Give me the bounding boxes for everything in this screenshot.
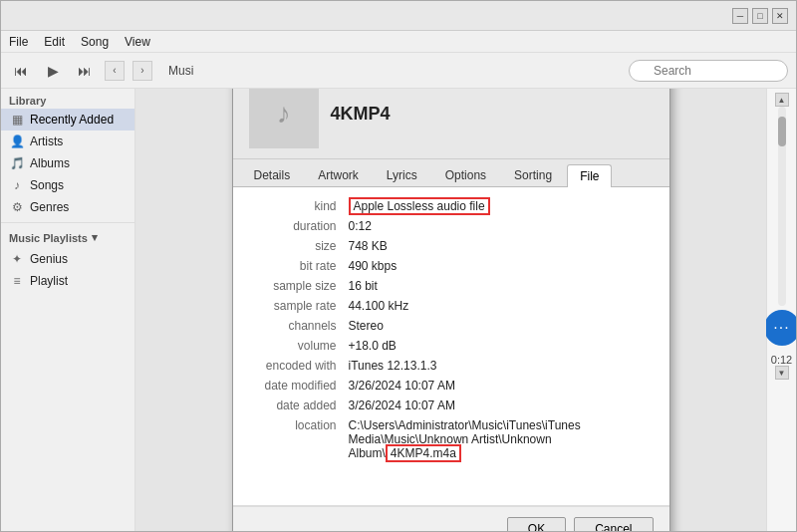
sidebar-item-label: Genius xyxy=(30,252,68,266)
date-added-value: 3/26/2024 10:07 AM xyxy=(349,399,654,412)
duration-label: duration xyxy=(249,219,349,233)
sidebar-item-label: Songs xyxy=(30,178,64,192)
file-row-duration: duration 0:12 xyxy=(249,219,654,233)
tab-options[interactable]: Options xyxy=(432,163,499,186)
size-value: 748 KB xyxy=(349,239,654,253)
date-modified-value: 3/26/2024 10:07 AM xyxy=(349,379,654,393)
file-row-volume: volume +18.0 dB xyxy=(249,339,654,353)
scrollbar-up-button[interactable]: ▲ xyxy=(775,93,789,107)
recently-added-icon: ▦ xyxy=(9,112,25,128)
artists-icon: 👤 xyxy=(9,133,25,149)
tab-file[interactable]: File xyxy=(567,164,612,187)
volume-value: +18.0 dB xyxy=(349,339,654,353)
location-value: C:\Users\Administrator\Music\iTunes\iTun… xyxy=(349,418,654,460)
date-added-label: date added xyxy=(249,399,349,412)
minimize-button[interactable]: ─ xyxy=(732,8,748,24)
channels-value: Stereo xyxy=(349,319,654,333)
fast-forward-button[interactable]: ⏭ xyxy=(73,59,97,83)
sidebar-item-playlist[interactable]: ≡ Playlist xyxy=(1,270,134,292)
file-row-date-added: date added 3/26/2024 10:07 AM xyxy=(249,399,654,412)
sidebar-item-label: Recently Added xyxy=(30,113,114,127)
tab-lyrics[interactable]: Lyrics xyxy=(374,163,430,186)
sidebar-divider xyxy=(1,222,134,223)
encoded-with-label: encoded with xyxy=(249,359,349,373)
more-options-button[interactable]: ··· xyxy=(764,310,797,346)
dialog-footer: OK Cancel xyxy=(233,506,669,531)
play-button[interactable]: ▶ xyxy=(41,59,65,83)
scroll-track[interactable] xyxy=(778,107,786,306)
right-panel: ▲ ··· 0:12 ▼ xyxy=(766,89,796,531)
volume-label: volume xyxy=(249,339,349,353)
cancel-button[interactable]: Cancel xyxy=(574,517,653,531)
file-row-date-modified: date modified 3/26/2024 10:07 AM xyxy=(249,379,654,393)
tab-artwork[interactable]: Artwork xyxy=(305,163,372,186)
menu-song[interactable]: Song xyxy=(81,35,109,49)
location-filename-highlighted: 4KMP4.m4a xyxy=(386,444,461,462)
sidebar-item-genres[interactable]: ⚙ Genres xyxy=(1,196,134,218)
sidebar-item-label: Genres xyxy=(30,200,69,214)
kind-label: kind xyxy=(249,199,349,213)
file-row-sample-rate: sample rate 44.100 kHz xyxy=(249,299,654,313)
scroll-thumb[interactable] xyxy=(778,117,786,146)
sidebar-item-genius[interactable]: ✦ Genius xyxy=(1,248,134,270)
sidebar-item-label: Artists xyxy=(30,134,63,148)
sidebar-item-label: Playlist xyxy=(30,274,68,288)
albums-icon: 🎵 xyxy=(9,155,25,171)
genius-icon: ✦ xyxy=(9,251,25,267)
songs-icon: ♪ xyxy=(9,177,25,193)
kind-value: Apple Lossless audio file xyxy=(349,199,654,213)
content-area: Library ▦ Recently Added 👤 Artists 🎵 Alb… xyxy=(1,89,796,531)
library-label: Library xyxy=(1,89,134,109)
channels-label: channels xyxy=(249,319,349,333)
location-label: location xyxy=(249,418,349,460)
file-row-channels: channels Stereo xyxy=(249,319,654,333)
sidebar-item-recently-added[interactable]: ▦ Recently Added xyxy=(1,109,134,131)
main-content: ♪ 4KMP4 Details Artwork Lyrics Options S… xyxy=(135,89,766,531)
genres-icon: ⚙ xyxy=(9,199,25,215)
close-button[interactable]: ✕ xyxy=(772,8,788,24)
tab-details[interactable]: Details xyxy=(241,163,304,186)
main-window: ─ □ ✕ File Edit Song View ⏮ ▶ ⏭ ‹ › Musi… xyxy=(0,0,797,532)
sample-size-label: sample size xyxy=(249,279,349,293)
sample-rate-value: 44.100 kHz xyxy=(349,299,654,313)
search-wrapper: 🔍 xyxy=(629,60,788,82)
tab-sorting[interactable]: Sorting xyxy=(501,163,565,186)
music-section-label: Musi xyxy=(168,64,193,78)
playlist-icon: ≡ xyxy=(9,273,25,289)
file-row-bitrate: bit rate 490 kbps xyxy=(249,259,654,273)
maximize-button[interactable]: □ xyxy=(752,8,768,24)
sample-rate-label: sample rate xyxy=(249,299,349,313)
scrollbar-down-button[interactable]: ▼ xyxy=(775,366,789,380)
sidebar-item-label: Albums xyxy=(30,156,70,170)
rewind-button[interactable]: ⏮ xyxy=(9,59,33,83)
kind-highlighted: Apple Lossless audio file xyxy=(349,197,490,215)
album-art: ♪ xyxy=(249,89,319,148)
menu-view[interactable]: View xyxy=(125,35,150,49)
bit-rate-value: 490 kbps xyxy=(349,259,654,273)
title-bar: ─ □ ✕ xyxy=(1,1,796,31)
menu-file[interactable]: File xyxy=(9,35,28,49)
track-info-dialog: ♪ 4KMP4 Details Artwork Lyrics Options S… xyxy=(232,89,670,531)
sidebar-item-albums[interactable]: 🎵 Albums xyxy=(1,152,134,174)
tabs-bar: Details Artwork Lyrics Options Sorting F… xyxy=(233,159,669,187)
sample-size-value: 16 bit xyxy=(349,279,654,293)
music-note-icon: ♪ xyxy=(277,98,291,130)
back-nav-button[interactable]: ‹ xyxy=(105,61,125,81)
size-label: size xyxy=(249,239,349,253)
sidebar-item-artists[interactable]: 👤 Artists xyxy=(1,131,134,152)
date-modified-label: date modified xyxy=(249,379,349,393)
search-input[interactable] xyxy=(629,60,788,82)
playlists-section-header[interactable]: Music Playlists ▾ xyxy=(1,227,134,248)
chevron-down-icon: ▾ xyxy=(92,231,98,244)
file-content: kind Apple Lossless audio file duration … xyxy=(233,187,669,506)
dialog-overlay: ♪ 4KMP4 Details Artwork Lyrics Options S… xyxy=(135,89,766,531)
encoded-with-value: iTunes 12.13.1.3 xyxy=(349,359,654,373)
sidebar-item-songs[interactable]: ♪ Songs xyxy=(1,174,134,196)
file-row-sample-size: sample size 16 bit xyxy=(249,279,654,293)
menu-edit[interactable]: Edit xyxy=(44,35,65,49)
forward-nav-button[interactable]: › xyxy=(133,61,152,81)
file-row-kind: kind Apple Lossless audio file xyxy=(249,199,654,213)
location-path: C:\Users\Administrator\Music\iTunes\iTun… xyxy=(349,418,581,460)
file-row-location: location C:\Users\Administrator\Music\iT… xyxy=(249,418,654,460)
ok-button[interactable]: OK xyxy=(507,517,566,531)
